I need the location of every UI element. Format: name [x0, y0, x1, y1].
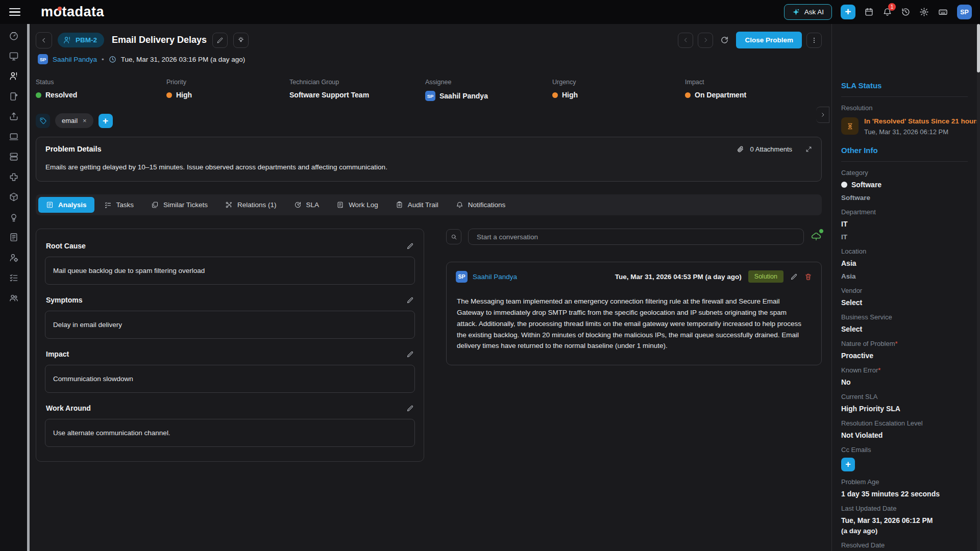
- edit-work-around-icon[interactable]: [406, 405, 414, 412]
- add-tag-button[interactable]: +: [99, 114, 113, 128]
- tasks-icon[interactable]: [9, 272, 19, 283]
- inventory-icon[interactable]: [9, 152, 19, 162]
- conversation-panel: SP Saahil Pandya Tue, Mar 31, 2026 04:53…: [446, 229, 822, 365]
- edit-message-icon[interactable]: [790, 273, 798, 281]
- work-around-value[interactable]: Use alternate communication channel.: [45, 419, 415, 447]
- settings-gear-icon[interactable]: [919, 7, 929, 17]
- impact-value[interactable]: Communication slowdown: [45, 365, 415, 393]
- report-icon[interactable]: [9, 232, 19, 242]
- symptoms-field: Symptoms Delay in email delivery: [45, 296, 415, 339]
- tab-tasks[interactable]: Tasks: [96, 197, 142, 213]
- history-icon[interactable]: [901, 7, 911, 17]
- notification-count-badge: 1: [888, 3, 896, 11]
- user-avatar[interactable]: SP: [957, 5, 972, 19]
- tag-chip-email[interactable]: email ×: [55, 113, 93, 128]
- package-icon[interactable]: [9, 192, 19, 202]
- asset-icon[interactable]: [9, 132, 19, 142]
- info-department: Department IT IT: [841, 208, 968, 241]
- expand-icon[interactable]: [805, 146, 812, 153]
- info-vendor: Vendor Select: [841, 287, 968, 307]
- message-author-name[interactable]: Saahil Pandya: [473, 273, 517, 281]
- workspace-icon[interactable]: [9, 51, 19, 61]
- tab-analysis[interactable]: Analysis: [38, 197, 94, 213]
- insight-icon[interactable]: [9, 212, 19, 222]
- edit-symptoms-icon[interactable]: [406, 296, 414, 304]
- field-urgency: Urgency High: [552, 79, 685, 101]
- tab-audit-trail[interactable]: Audit Trail: [388, 197, 446, 213]
- more-options-button[interactable]: [806, 33, 822, 48]
- page-scrollbar[interactable]: [977, 24, 980, 551]
- paperclip-icon: [737, 145, 744, 153]
- quick-reply-icon[interactable]: [811, 231, 822, 242]
- remove-tag-icon[interactable]: ×: [83, 117, 87, 124]
- resolution-label: Resolution: [841, 104, 968, 112]
- sla-status-heading: SLA Status: [841, 81, 968, 90]
- patch-icon[interactable]: [9, 172, 19, 182]
- back-button[interactable]: [36, 32, 52, 48]
- solution-message-body: The Messaging team implemented an emerge…: [456, 296, 808, 352]
- edit-root-cause-icon[interactable]: [406, 242, 414, 250]
- right-info-sidebar: SLA Status Resolution In 'Resolved' Stat…: [831, 24, 977, 551]
- dashboard-icon[interactable]: [9, 31, 19, 41]
- sidebar-collapse-chevron[interactable]: [816, 107, 829, 123]
- info-resolved-date: Resolved Date Tue, Mar 31, 2026 06:12 PM: [841, 541, 968, 551]
- info-last-updated-date: Last Updated Date Tue, Mar 31, 2026 06:1…: [841, 505, 968, 535]
- problem-details-body: Emails are getting delayed by 10–15 minu…: [45, 163, 812, 171]
- conversation-input[interactable]: [468, 229, 804, 245]
- field-technician-group: Technician Group Software Support Team: [289, 79, 425, 101]
- close-problem-button[interactable]: Close Problem: [736, 32, 802, 48]
- tab-notifications[interactable]: Notifications: [448, 197, 513, 213]
- create-new-button[interactable]: +: [841, 5, 855, 19]
- status-field-row: Status Resolved Priority High Technician…: [36, 79, 822, 101]
- search-conversation-button[interactable]: [446, 229, 461, 244]
- attachments-count[interactable]: 0 Attachments: [750, 145, 792, 153]
- urgency-dot: [552, 92, 558, 98]
- symptoms-value[interactable]: Delay in email delivery: [45, 311, 415, 339]
- tag-icon[interactable]: [36, 114, 50, 128]
- change-icon[interactable]: [9, 91, 19, 102]
- insights-bulb-button[interactable]: [233, 33, 249, 48]
- problem-module-icon[interactable]: [9, 71, 19, 81]
- teams-icon[interactable]: [9, 293, 19, 303]
- resolution-status-date: Tue, Mar 31, 2026 06:12 PM: [864, 128, 977, 136]
- problem-details-title: Problem Details: [45, 145, 102, 153]
- problem-details-card: Problem Details 0 Attachments Emails are…: [36, 137, 822, 182]
- priority-dot: [166, 92, 172, 98]
- author-name-link[interactable]: Saahil Pandya: [53, 56, 97, 63]
- info-location: Location Asia Asia: [841, 247, 968, 280]
- add-cc-email-button[interactable]: +: [841, 458, 855, 471]
- app-logo: motadata: [41, 4, 104, 20]
- solution-badge[interactable]: Solution: [748, 270, 783, 283]
- message-author-avatar: SP: [456, 271, 468, 283]
- info-category: Category Software Software: [841, 169, 968, 202]
- user-settings-icon[interactable]: [9, 253, 19, 263]
- left-scrollbar[interactable]: [27, 24, 30, 551]
- keyboard-icon[interactable]: [938, 7, 948, 17]
- calendar-icon[interactable]: [864, 7, 874, 17]
- edit-impact-icon[interactable]: [406, 350, 414, 358]
- hamburger-menu-icon[interactable]: [9, 6, 20, 18]
- root-cause-field: Root Cause Mail queue backlog due to spa…: [45, 242, 415, 285]
- info-business-service: Business Service Select: [841, 313, 968, 333]
- solution-message-card: SP Saahil Pandya Tue, Mar 31, 2026 04:53…: [446, 262, 822, 365]
- ask-ai-button[interactable]: Ask AI: [784, 4, 832, 20]
- prev-ticket-button[interactable]: [678, 33, 693, 48]
- tab-relations[interactable]: Relations (1): [217, 197, 284, 213]
- delete-message-icon[interactable]: [804, 273, 812, 281]
- created-timestamp: Tue, Mar 31, 2026 03:16 PM (a day ago): [121, 56, 245, 63]
- main-content: PBM-2 Email Delivery Delays Close Proble…: [30, 24, 831, 551]
- ticket-id-badge[interactable]: PBM-2: [58, 33, 104, 47]
- category-radio-dot: [841, 182, 847, 188]
- notifications-bell-icon[interactable]: 1: [883, 7, 892, 17]
- tab-work-log[interactable]: Work Log: [329, 197, 386, 213]
- resolution-status-text[interactable]: In 'Resolved' Status Since 21 hours ...: [864, 117, 977, 125]
- next-ticket-button[interactable]: [698, 33, 713, 48]
- root-cause-value[interactable]: Mail queue backlog due to spam filtering…: [45, 257, 415, 285]
- edit-title-button[interactable]: [212, 33, 228, 48]
- release-icon[interactable]: [9, 111, 19, 121]
- tab-similar-tickets[interactable]: Similar Tickets: [143, 197, 215, 213]
- refresh-icon[interactable]: [720, 36, 729, 44]
- hourglass-icon: [841, 117, 859, 135]
- message-timestamp: Tue, Mar 31, 2026 04:53 PM (a day ago): [615, 273, 742, 281]
- tab-sla[interactable]: SLA: [286, 197, 327, 213]
